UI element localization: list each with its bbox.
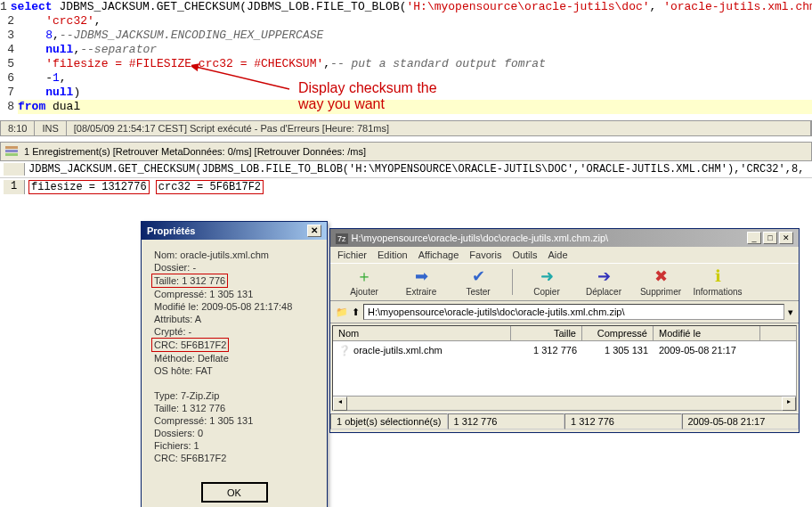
file-list[interactable]: Nom Taille Compressé Modifié le ❔ oracle… <box>332 325 797 411</box>
up-icon[interactable]: ⬆ <box>352 307 360 318</box>
checksum-crc-box: crc32 = 5F6B17F2 <box>156 180 264 194</box>
horizontal-scrollbar[interactable]: ◂ ▸ <box>333 396 796 410</box>
dialog-titlebar[interactable]: Propriétés ✕ <box>142 222 327 240</box>
svg-rect-3 <box>5 153 18 156</box>
col-size[interactable]: Taille <box>511 326 582 340</box>
menu-item[interactable]: Affichage <box>418 249 459 260</box>
results-toolbar: 1 Enregistrement(s) [Retrouver MetaDonné… <box>0 142 812 161</box>
menu-item[interactable]: Fichier <box>337 249 367 260</box>
window-title: H:\myopensource\oracle-jutils\doc\oracle… <box>352 233 609 243</box>
close-icon[interactable]: ✕ <box>779 232 793 244</box>
7zip-icon: 7z <box>336 233 348 244</box>
scroll-left-icon[interactable]: ◂ <box>333 397 347 411</box>
toolbar-déplacer[interactable]: ➔Déplacer <box>577 267 630 297</box>
svg-rect-1 <box>5 146 18 149</box>
close-icon[interactable]: ✕ <box>307 225 321 237</box>
toolbar-ajouter[interactable]: ＋Ajouter <box>337 267 391 297</box>
row-number: 1 <box>4 180 25 194</box>
menu-item[interactable]: Edition <box>378 249 408 260</box>
minimize-icon[interactable]: _ <box>747 232 761 244</box>
maximize-icon[interactable]: □ <box>763 232 777 244</box>
status-bar: 1 objet(s) sélectionné(s) 1 312 776 1 31… <box>330 413 799 429</box>
menu-item[interactable]: Outils <box>512 249 537 260</box>
toolbar-tester[interactable]: ✔Tester <box>451 267 505 297</box>
col-compressed[interactable]: Compressé <box>582 326 654 340</box>
results-icon <box>4 144 19 159</box>
annotation-text: Display checksum the way you want <box>298 80 437 112</box>
result-grid-header: JDBMS_JACKSUM.GET_CHECKSUM(JDBMS_LOB.FIL… <box>0 161 812 178</box>
address-input[interactable] <box>363 304 784 320</box>
toolbar: ＋Ajouter➡Extraire✔Tester➜Copier➔Déplacer… <box>330 263 799 301</box>
col-name[interactable]: Nom <box>333 326 511 340</box>
dropdown-icon[interactable]: ▾ <box>788 307 793 318</box>
toolbar-informations[interactable]: ℹInformations <box>691 267 744 297</box>
address-bar: 📁 ⬆ ▾ <box>330 301 799 323</box>
toolbar-supprimer[interactable]: ✖Supprimer <box>634 267 687 297</box>
status-message: [08/05/09 21:54:17 CEST] Script exécuté … <box>67 121 811 135</box>
window-titlebar[interactable]: 7zH:\myopensource\oracle-jutils\doc\orac… <box>330 229 799 247</box>
results-summary: 1 Enregistrement(s) [Retrouver MetaDonné… <box>24 146 366 157</box>
result-grid-row[interactable]: 1 filesize = 1312776 crc32 = 5F6B17F2 <box>0 178 812 196</box>
selection-status: 1 objet(s) sélectionné(s) <box>330 413 448 429</box>
editor-status-bar: 8:10 INS [08/05/09 21:54:17 CEST] Script… <box>0 120 812 136</box>
properties-dialog: Propriétés ✕ Nom: oracle-jutils.xml.chmD… <box>141 221 328 507</box>
insert-mode: INS <box>35 121 66 135</box>
col-modified[interactable]: Modifié le <box>654 326 760 340</box>
cursor-position: 8:10 <box>1 121 35 135</box>
checksum-filesize-box: filesize = 1312776 <box>28 180 150 194</box>
list-item[interactable]: ❔ oracle-jutils.xml.chm1 312 7761 305 13… <box>333 341 796 360</box>
list-header[interactable]: Nom Taille Compressé Modifié le <box>333 326 796 341</box>
menu-item[interactable]: Aide <box>548 249 568 260</box>
menubar: FichierEditionAffichageFavorisOutilsAide <box>330 247 799 263</box>
menu-item[interactable]: Favoris <box>469 249 501 260</box>
toolbar-copier[interactable]: ➜Copier <box>520 267 573 297</box>
folder-icon: 📁 <box>336 307 348 318</box>
ok-button[interactable]: OK <box>201 482 268 503</box>
dialog-title: Propriétés <box>147 225 195 236</box>
scroll-right-icon[interactable]: ▸ <box>782 397 796 411</box>
toolbar-extraire[interactable]: ➡Extraire <box>394 267 448 297</box>
svg-rect-2 <box>5 150 18 152</box>
archive-window: 7zH:\myopensource\oracle-jutils\doc\orac… <box>329 228 800 433</box>
